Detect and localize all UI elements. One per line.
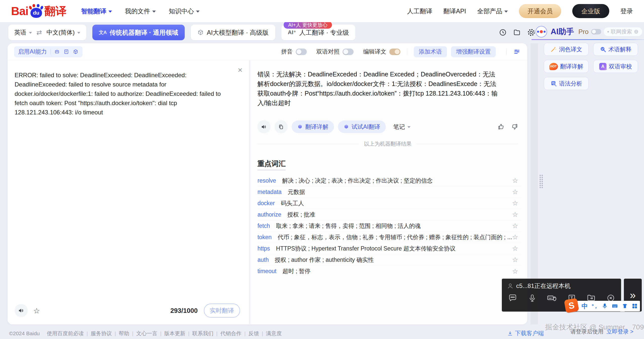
nav-smart-translate[interactable]: 智能翻译 — [81, 7, 112, 15]
vocab-row: auth授权 ; author 作家 ; authenticity 确实性☆ — [257, 254, 522, 266]
ime-toolbox-icon[interactable] — [632, 303, 638, 309]
hot-badge: HOT — [549, 63, 558, 70]
ime-voice-icon[interactable] — [602, 303, 608, 309]
vocab-word-link[interactable]: metadata — [257, 189, 282, 195]
keyboard-mouse-icon[interactable] — [547, 293, 557, 303]
footer-link[interactable]: 版本更新 — [164, 330, 185, 337]
footer-link[interactable]: 反馈 — [248, 330, 259, 337]
person-icon — [507, 283, 514, 289]
vocab-word-link[interactable]: fetch — [257, 223, 270, 229]
realtime-translate-button[interactable]: 实时翻译 — [204, 304, 240, 318]
ime-keyboard-icon[interactable] — [612, 303, 618, 309]
favorite-star-icon[interactable]: ☆ — [33, 306, 40, 315]
favorite-star-icon[interactable]: ☆ — [512, 199, 518, 207]
footer-link[interactable]: 满意度 — [266, 330, 282, 337]
baidu-translate-logo[interactable]: Bai du 翻译 — [11, 4, 67, 19]
clear-source-icon[interactable]: × — [238, 66, 243, 74]
chat-icon[interactable] — [508, 293, 517, 303]
ai-doc-icon[interactable] — [63, 49, 69, 55]
menu-all-products[interactable]: 全部产品 — [477, 7, 508, 15]
copy-button[interactable] — [275, 120, 288, 133]
vocab-word-link[interactable]: authorize — [257, 211, 281, 218]
open-membership-button[interactable]: 开通会员 — [519, 4, 561, 18]
globe-icon — [634, 29, 639, 34]
edit-translation-toggle[interactable] — [389, 49, 400, 55]
swap-languages-icon[interactable]: ⇄ — [36, 29, 42, 36]
sidebar-drag-handle[interactable] — [540, 175, 543, 188]
favorite-star-icon[interactable]: ☆ — [512, 177, 518, 185]
thumbs-up-icon[interactable] — [498, 123, 505, 130]
ime-language-toggle[interactable]: 中 — [582, 302, 588, 310]
grammar-doc-icon — [550, 80, 557, 87]
vocab-word-link[interactable]: https — [257, 245, 270, 252]
favorite-star-icon[interactable]: ☆ — [512, 233, 518, 241]
link-human-translation[interactable]: 人工翻译 — [407, 7, 432, 15]
settings-gear-icon[interactable] — [527, 28, 536, 37]
login-link[interactable]: 登录 — [620, 7, 633, 15]
tab-machine-translation[interactable]: 文A 传统机器翻译 · 通用领域 — [92, 25, 185, 40]
tab-ai-model-translation[interactable]: AI大模型翻译 · 高级版 — [191, 25, 275, 40]
footer-link[interactable]: 服务协议 — [91, 330, 112, 337]
enhanced-translation-settings-button[interactable]: 增强翻译设置 — [451, 46, 496, 57]
favorite-star-icon[interactable]: ☆ — [512, 267, 518, 275]
enterprise-button[interactable]: 企业版 — [572, 4, 609, 18]
favorite-star-icon[interactable]: ☆ — [512, 222, 518, 230]
vocab-row: fetch取来 ; 拿来 ; 请来 ; 售得，卖得 ; 范围 ; 相同物 ; 活… — [257, 220, 522, 232]
vocab-word-link[interactable]: resolve — [257, 177, 276, 184]
ai-plus-icon: AI⁺ — [288, 29, 296, 36]
footer-link[interactable]: 文心一言 — [136, 330, 157, 337]
download-client-link[interactable]: 下载客户端 — [507, 329, 544, 337]
history-icon[interactable] — [499, 28, 507, 36]
favorite-star-icon[interactable]: ☆ — [512, 210, 518, 219]
vocab-word-link[interactable]: token — [257, 234, 272, 241]
magnifier-check-icon — [600, 46, 606, 53]
term-explanation-button[interactable]: 术语解释 — [593, 43, 638, 56]
ime-punctuation-toggle[interactable]: °， — [592, 303, 598, 310]
sogou-logo[interactable]: S — [564, 298, 579, 313]
link-translate-api[interactable]: 翻译API — [443, 7, 466, 15]
microphone-icon[interactable] — [528, 294, 537, 302]
login-prompt: 请登录后使用 — [570, 328, 603, 335]
thumbs-down-icon[interactable] — [511, 123, 518, 130]
logo-text-bai: Bai — [11, 4, 28, 18]
bilingual-review-button[interactable]: A+ 双语审校 — [593, 60, 638, 73]
footer-link[interactable]: 使用百度前必读 — [47, 330, 84, 337]
favorite-star-icon[interactable]: ☆ — [512, 256, 518, 264]
vocab-row: resolve解决 ; 决心 ; 决定 ; 表决 ; 作出决定 ; 作出决议 ;… — [257, 175, 522, 186]
vocab-word-link[interactable]: docker — [257, 200, 275, 207]
bilingual-compare-toggle[interactable] — [343, 49, 354, 55]
ime-skin-icon[interactable] — [622, 303, 628, 309]
result-speaker-button[interactable] — [257, 120, 271, 133]
enable-ai-pill[interactable]: 启用AI能力 — [14, 46, 83, 57]
source-text-input[interactable]: ERROR: failed to solve: DeadlineExceeded… — [15, 70, 229, 117]
ai-robot-icon[interactable] — [54, 49, 60, 55]
nav-my-files[interactable]: 我的文件 — [125, 7, 156, 15]
nav-knowledge-center[interactable]: 知识中心 — [169, 7, 200, 15]
source-language-select[interactable]: 英语 — [14, 28, 32, 36]
polish-translation-button[interactable]: 润色译文 — [544, 43, 589, 56]
footer-link[interactable]: 帮助 — [119, 330, 129, 337]
translation-settings-sliders-icon[interactable] — [513, 48, 521, 56]
try-ai-translate-button[interactable]: 试试AI翻译 — [338, 120, 386, 133]
grammar-analysis-button[interactable]: 语法分析 — [544, 77, 589, 90]
favorite-star-icon[interactable]: ☆ — [512, 244, 518, 252]
source-panel: ERROR: failed to solve: DeadlineExceeded… — [8, 60, 249, 324]
target-language-select[interactable]: 中文(简体) — [47, 28, 80, 36]
translation-detail-button[interactable]: 翻译详解 — [292, 120, 334, 133]
footer-link[interactable]: 代销合作 — [220, 330, 242, 337]
footer-link[interactable]: 联系我们 — [192, 330, 213, 337]
favorite-star-icon[interactable]: ☆ — [512, 188, 518, 196]
vocab-word-link[interactable]: auth — [257, 257, 269, 263]
pro-toggle[interactable] — [591, 29, 601, 34]
ai-cube-icon[interactable] — [73, 49, 79, 55]
login-now-link[interactable]: 立即登录 > — [607, 328, 633, 335]
add-terminology-button[interactable]: 添加术语 — [414, 46, 447, 57]
web-search-pill[interactable]: • 联网搜索 — [604, 27, 642, 36]
notes-dropdown[interactable]: 笔记 — [393, 123, 410, 131]
folder-icon[interactable] — [513, 28, 521, 36]
sidebar-login-row: 请登录后使用 立即登录 > — [570, 328, 633, 335]
source-speaker-button[interactable] — [15, 304, 28, 317]
translation-detail-tool-button[interactable]: HOT 翻译详解 — [544, 60, 589, 73]
pinyin-toggle[interactable] — [296, 49, 307, 55]
vocab-word-link[interactable]: timeout — [257, 268, 276, 275]
